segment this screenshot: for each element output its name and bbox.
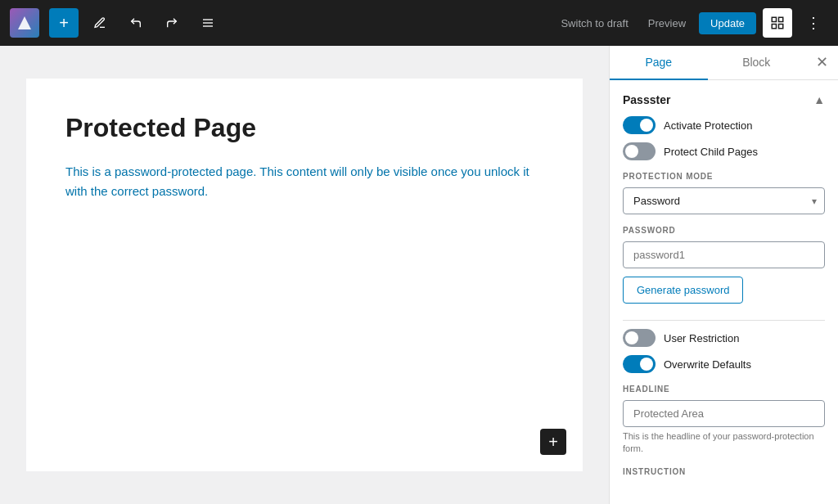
svg-marker-0 (18, 16, 31, 29)
add-block-button[interactable]: + (49, 8, 79, 38)
headline-input[interactable] (623, 400, 825, 427)
tab-page[interactable]: Page (610, 46, 708, 80)
overwrite-defaults-label: Overwrite Defaults (664, 358, 751, 371)
update-button[interactable]: Update (699, 12, 756, 34)
svg-rect-5 (779, 17, 783, 21)
editor-content: Protected Page This is a password-protec… (26, 79, 583, 471)
divider-1 (623, 320, 825, 321)
add-block-inline-button[interactable]: + (540, 429, 566, 455)
editor-area: Protected Page This is a password-protec… (0, 46, 609, 504)
protection-mode-select-wrapper: Password Role Password List ▾ (623, 187, 825, 214)
more-options-button[interactable]: ⋮ (799, 8, 828, 38)
activate-protection-row: Activate Protection (623, 116, 825, 134)
page-title: Protected Page (65, 111, 543, 146)
brush-button[interactable] (85, 8, 115, 38)
headline-section-label: HEADLINE (623, 385, 825, 394)
svg-rect-6 (779, 25, 783, 29)
preview-button[interactable]: Preview (642, 12, 692, 34)
list-view-button[interactable] (193, 8, 223, 38)
protection-mode-select[interactable]: Password Role Password List (623, 187, 825, 214)
user-restriction-row: User Restriction (623, 329, 825, 347)
user-restriction-toggle[interactable] (623, 329, 656, 347)
toolbar: + Switch to draft Preview Update ⋮ (0, 0, 838, 46)
redo-button[interactable] (157, 8, 187, 38)
sidebar-close-button[interactable]: ✕ (805, 46, 838, 79)
svg-rect-7 (772, 25, 776, 29)
switch-to-draft-button[interactable]: Switch to draft (554, 12, 634, 34)
user-restriction-label: User Restriction (664, 332, 739, 344)
undo-button[interactable] (121, 8, 151, 38)
password-section-label: PASSWORD (623, 226, 825, 235)
sidebar: Page Block ✕ Passster ▲ Activate Protect… (609, 46, 838, 504)
page-body-text: This is a password-protected page. This … (65, 162, 543, 201)
settings-panel-button[interactable] (763, 8, 792, 38)
svg-rect-4 (772, 17, 776, 21)
generate-password-button[interactable]: Generate password (623, 277, 743, 304)
panel-collapse-button[interactable]: ▲ (813, 93, 825, 106)
headline-help-text: This is the headline of your password-pr… (623, 430, 825, 456)
sidebar-body: Passster ▲ Activate Protection (610, 80, 838, 504)
passster-panel: Passster ▲ Activate Protection (623, 93, 825, 476)
plugin-name: Passster (623, 93, 670, 106)
activate-protection-toggle[interactable] (623, 116, 656, 134)
protect-child-pages-label: Protect Child Pages (664, 146, 758, 158)
password-input[interactable] (623, 241, 825, 268)
protection-mode-section-label: PROTECTION MODE (623, 172, 825, 181)
overwrite-defaults-toggle[interactable] (623, 355, 656, 373)
sidebar-tabs: Page Block ✕ (610, 46, 838, 80)
instruction-section-label: INSTRUCTION (623, 467, 825, 476)
protect-child-pages-toggle[interactable] (623, 142, 656, 160)
overwrite-defaults-row: Overwrite Defaults (623, 355, 825, 373)
logo (10, 8, 39, 38)
protect-child-pages-row: Protect Child Pages (623, 142, 825, 160)
main-area: Protected Page This is a password-protec… (0, 46, 838, 504)
plugin-header: Passster ▲ (623, 93, 825, 106)
tab-block[interactable]: Block (708, 46, 806, 80)
activate-protection-label: Activate Protection (664, 119, 752, 132)
